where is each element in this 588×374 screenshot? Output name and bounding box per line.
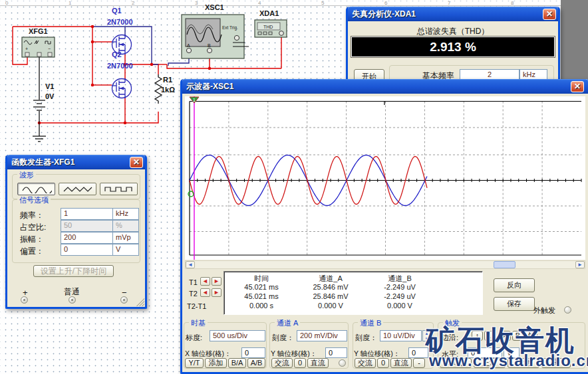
v1-ref: V1 <box>45 82 54 90</box>
v1-battery-symbol[interactable] <box>33 57 46 141</box>
scrollbar-right-arrow-icon[interactable]: ► <box>575 261 585 268</box>
t1-right-arrow-button[interactable]: ► <box>212 277 221 286</box>
scope-scrollbar[interactable]: ◄ ► <box>185 260 585 269</box>
common-terminal[interactable] <box>69 296 76 304</box>
ext-trigger-indicator[interactable] <box>564 306 571 314</box>
trigger-level-field[interactable]: 0 <box>468 347 502 358</box>
r1-ref: R1 <box>163 76 172 84</box>
trigger-source-b-button[interactable]: B <box>512 331 523 341</box>
xsc1-label: XSC1 <box>205 3 224 11</box>
trigger-legend: 触发 <box>443 318 462 328</box>
plus-terminal[interactable] <box>21 296 28 304</box>
channel-b-ypos-label: Y 轴位移(格)： <box>354 349 400 359</box>
close-icon[interactable]: ✕ <box>130 157 143 168</box>
t1-time: 45.021 ms <box>228 283 295 291</box>
timebase-xpos-field[interactable]: 0 <box>241 347 265 358</box>
trigger-normal-button[interactable]: 正常 <box>474 358 506 368</box>
t1-channel-b: -2.249 uV <box>367 283 433 291</box>
offset-label: 偏置： <box>20 246 44 257</box>
trigger-none-button[interactable]: 无 <box>541 358 571 368</box>
sine-wave-icon <box>21 185 52 193</box>
t1-label: T1 <box>189 278 198 286</box>
ext-trigger-label: 外触发 <box>533 306 555 316</box>
channel-b-legend: 通道 B <box>358 318 383 328</box>
amplitude-unit-field[interactable]: mVp <box>112 232 139 244</box>
channel-a-scale-field[interactable]: 200 mV/Div <box>297 330 347 341</box>
dt-time: 0.000 s <box>228 302 295 310</box>
close-icon[interactable]: ✕ <box>543 9 556 20</box>
svg-text:−: − <box>48 47 51 51</box>
t1-left-arrow-button[interactable]: ◄ <box>200 277 210 286</box>
channel-b-scale-field[interactable]: 10 uV/Div <box>380 330 422 341</box>
close-icon[interactable]: ✕ <box>571 81 584 92</box>
square-wave-button[interactable] <box>100 183 138 195</box>
reverse-button[interactable]: 反向 <box>494 278 535 292</box>
channel-marker-icon[interactable] <box>188 191 194 197</box>
readout-col-time: 时间 <box>228 274 295 284</box>
scrollbar-thumb[interactable] <box>494 261 515 268</box>
triangle-wave-icon <box>63 185 93 193</box>
channel-a-panel: 通道 A 刻度： 200 mV/Div Y 轴位移(格)： 0 交流 0 直流 <box>269 322 349 369</box>
triangle-wave-button[interactable] <box>59 183 96 195</box>
trigger-source-a-button[interactable]: A <box>500 331 511 341</box>
t2-left-arrow-button[interactable]: ◄ <box>200 288 210 297</box>
scrollbar-left-arrow-icon[interactable]: ◄ <box>186 261 195 268</box>
t2-right-arrow-button[interactable]: ► <box>212 288 221 297</box>
trigger-source-ext-button[interactable]: 外 <box>525 331 537 341</box>
function-generator-titlebar[interactable]: 函数发生器-XFG1 ✕ <box>7 155 145 169</box>
wires-navy[interactable] <box>92 27 189 66</box>
q1-ref: Q1 <box>112 7 122 15</box>
distortion-analyzer-window: 失真分析仪-XDA1 ✕ 总谐波失真（THD） 2.913 % 开始 基本频率 … <box>346 7 560 84</box>
trigger-rising-edge-button[interactable]: ↑ <box>472 331 483 341</box>
channel-a-ypos-label: Y 轴位移(格)： <box>271 349 317 359</box>
channel-b-ac-button[interactable]: 交流 <box>355 358 376 368</box>
channel-a-ac-button[interactable]: 交流 <box>271 358 293 368</box>
ba-mode-button[interactable]: B/A <box>228 358 246 368</box>
sine-wave-button[interactable] <box>17 183 55 195</box>
trigger-auto-button[interactable]: 自动 <box>508 358 539 368</box>
channel-b-zero-button[interactable]: 0 <box>377 358 389 368</box>
timebase-legend: 时基 <box>189 318 208 328</box>
channel-a-zero-button[interactable]: 0 <box>294 358 306 368</box>
set-rise-fall-button: 设置上升/下降时间 <box>33 265 114 277</box>
function-generator-window: 函数发生器-XFG1 ✕ 波形 信号选项 频率： 1 kHz 占空比: 50 %… <box>5 155 147 309</box>
channel-b-minus-button[interactable]: - <box>413 358 425 368</box>
timebase-scale-field[interactable]: 500 us/Div <box>210 330 265 341</box>
channel-a-indicator[interactable] <box>339 359 346 367</box>
trigger-falling-edge-button[interactable]: ↓ <box>484 331 496 341</box>
channel-b-ypos-field[interactable]: 0 <box>408 347 428 358</box>
amplitude-label: 振幅： <box>20 234 44 245</box>
cursor-readout-panel: 时间 通道_A 通道_B 45.021 ms 25.846 mV -2.249 … <box>223 271 483 315</box>
yt-mode-button[interactable]: Y/T <box>185 358 204 368</box>
resize-grip[interactable] <box>136 298 144 306</box>
frequency-field[interactable]: 1 <box>61 208 113 220</box>
thd-value-display: 2.913 % <box>351 37 555 57</box>
add-mode-button[interactable]: 添加 <box>205 358 227 368</box>
dt-channel-a: 0.000 V <box>297 302 364 310</box>
channel-a-dc-button[interactable]: 直流 <box>307 358 329 368</box>
frequency-unit-field[interactable]: kHz <box>112 208 139 220</box>
channel-b-dc-button[interactable]: 直流 <box>390 358 412 368</box>
readout-col-b: 通道_B <box>367 274 433 284</box>
amplitude-field[interactable]: 200 <box>61 232 113 244</box>
oscilloscope-window: 示波器-XSC1 ✕ 1 ◄ ► <box>180 79 588 374</box>
channel-b-scale-spinner[interactable]: ▲▼ <box>422 330 431 341</box>
q2-mosfet-symbol[interactable] <box>112 78 132 98</box>
minus-terminal[interactable] <box>120 296 128 304</box>
ab-mode-button[interactable]: A/B <box>247 358 265 368</box>
save-button[interactable]: 保存 <box>494 297 535 311</box>
trigger-level-unit-field[interactable]: V <box>504 347 519 358</box>
timebase-panel: 时基 标度: 500 us/Div X 轴位移(格)： 0 Y/T 添加 B/A… <box>184 322 267 369</box>
t2-channel-b: -2.249 uV <box>367 292 433 300</box>
xfg1-instrument-icon[interactable]: + − <box>22 37 55 57</box>
distortion-analyzer-titlebar[interactable]: 失真分析仪-XDA1 ✕ <box>348 7 558 21</box>
xda1-label: XDA1 <box>259 9 279 17</box>
trigger-single-button[interactable]: 单次 <box>440 358 472 368</box>
offset-field[interactable]: 0 <box>61 244 113 256</box>
offset-unit-field[interactable]: V <box>112 244 139 256</box>
oscilloscope-titlebar[interactable]: 示波器-XSC1 ✕ <box>182 79 588 94</box>
t2-label: T2 <box>189 290 198 298</box>
xsc1-instrument-icon[interactable] <box>182 15 249 58</box>
channel-a-ypos-field[interactable]: 0 <box>325 347 347 358</box>
q1-model: 2N7000 <box>107 18 133 26</box>
